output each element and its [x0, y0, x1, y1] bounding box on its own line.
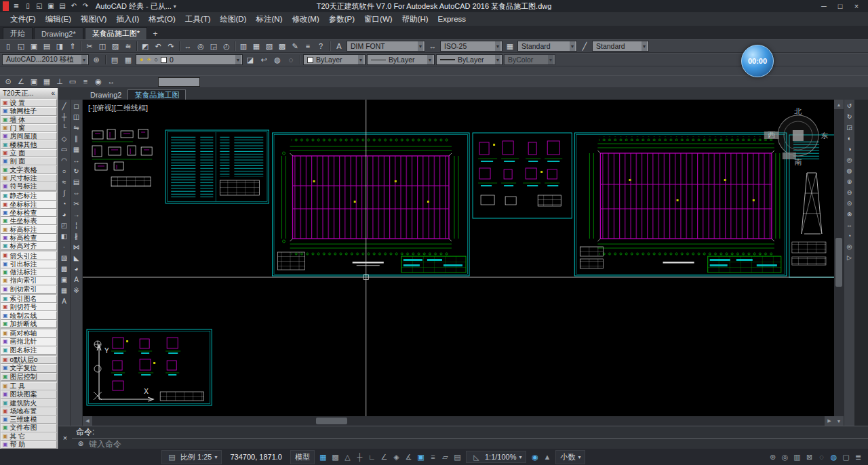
hatch-icon[interactable]: ▨ [59, 253, 70, 263]
array-icon[interactable]: ▦ [71, 144, 82, 155]
palette-item-画指北针[interactable]: ▣画指北针 [1, 338, 57, 346]
open-icon[interactable]: ◱ [34, 1, 45, 11]
file-tab[interactable]: 某食品施工图* [85, 27, 147, 39]
menu-格式(O)[interactable]: 格式(O) [144, 12, 180, 26]
show-motion-icon[interactable]: ▷ [845, 253, 854, 263]
print-icon[interactable]: ▤ [57, 1, 68, 11]
match-properties-icon[interactable]: ≋ [122, 41, 134, 52]
palette-item-生坐标表[interactable]: ▣生坐标表 [1, 217, 57, 225]
measure-icon[interactable]: ↔ [105, 77, 117, 87]
palette-item-索引图名[interactable]: ▣索引图名 [1, 295, 57, 303]
document-tab[interactable]: Drawing2 [84, 89, 127, 100]
compass-north-label[interactable]: 北 [793, 107, 802, 115]
chamfer-icon[interactable]: ◣ [71, 253, 82, 263]
infer-constraints-icon[interactable]: △ [342, 453, 353, 461]
scroll-down-button[interactable]: ▼ [834, 416, 844, 426]
trim-icon[interactable]: ✂ [71, 199, 82, 209]
quickcalc-icon[interactable]: ≡ [302, 41, 314, 52]
zoom-window-icon[interactable]: ◲ [845, 123, 854, 133]
palette-item-引出标注[interactable]: ▣引出标注 [1, 260, 57, 268]
zoom-previous-icon[interactable]: ◴ [220, 41, 233, 52]
scroll-right-button[interactable]: ▶ [825, 416, 834, 426]
object-snap-icon[interactable]: ▣ [28, 77, 40, 87]
palette-item-文件布图[interactable]: ▣文件布图 [1, 424, 57, 432]
help-icon[interactable]: ? [315, 41, 327, 52]
clean-screen-icon[interactable]: ▢ [840, 453, 852, 461]
menu-窗口(W)[interactable]: 窗口(W) [359, 12, 397, 26]
linetype-combo[interactable]: ByLayer ▾ [367, 54, 435, 65]
palette-item-帮助[interactable]: ▣帮 助 [1, 441, 57, 449]
orbit-icon[interactable]: ◔ [845, 231, 854, 241]
new-icon[interactable]: ▯ [2, 41, 14, 52]
annotation-visibility-icon[interactable]: ◉ [529, 453, 540, 461]
compass-south-label[interactable]: 南 [794, 158, 802, 166]
command-input-row[interactable]: ⊛ 键入命令 [72, 438, 868, 449]
palette-item-工具[interactable]: ▣工 具 [1, 382, 57, 390]
selection-cycling-icon[interactable]: ▤ [452, 453, 463, 461]
text-style-icon[interactable]: A [333, 41, 345, 52]
erase-icon[interactable]: ◻ [71, 101, 82, 111]
palette-item-轴网柱子[interactable]: ▣轴网柱子 [1, 107, 57, 115]
close-icon[interactable]: × [852, 1, 861, 12]
vertical-scrollbar[interactable]: ▲ ▼ [834, 100, 844, 426]
offset-icon[interactable]: ∥ [71, 134, 82, 144]
polar-tracking-icon[interactable]: ∠ [378, 453, 390, 461]
break-point-icon[interactable]: ¦ [71, 220, 82, 230]
customize-icon[interactable]: ≣ [852, 453, 864, 461]
dim-style-icon[interactable]: ↔ [427, 41, 439, 52]
grid-icon[interactable]: ▦ [317, 453, 329, 461]
tool-palettes-icon[interactable]: ▧ [263, 41, 275, 52]
compass-west-label[interactable]: 西 [768, 131, 775, 139]
regen-icon[interactable]: ↻ [845, 112, 854, 122]
palette-item-做法标注[interactable]: ▣做法标注 [1, 268, 57, 277]
palette-header[interactable]: T20天正... « [0, 88, 58, 98]
table-style-icon[interactable]: ▦ [504, 41, 516, 52]
table-icon[interactable]: ▦ [59, 285, 70, 296]
make-block-icon[interactable]: ◧ [59, 231, 70, 241]
transparency-icon[interactable]: ▱ [439, 453, 451, 461]
palette-item-图块图案[interactable]: ▣图块图案 [1, 390, 57, 399]
break-icon[interactable]: ∦ [71, 231, 82, 241]
palette-item-剖面[interactable]: ▣剖 面 [1, 157, 57, 165]
xline-icon[interactable]: ┼ [59, 112, 70, 122]
paste-icon[interactable]: ▨ [109, 41, 121, 52]
palette-item-立面[interactable]: ▣立 面 [1, 149, 57, 157]
annotation-scale-control[interactable]: ◺ 1:1/100% ▾ [466, 451, 527, 463]
palette-item-坐标标注[interactable]: ▣坐标标注 [1, 201, 57, 209]
layer-off-icon[interactable]: ◌ [285, 54, 297, 65]
scale-icon[interactable]: ▤ [71, 177, 82, 187]
ellipse-arc-icon[interactable]: ◕ [59, 209, 70, 220]
annotation-icon[interactable]: ▭ [66, 77, 79, 87]
block-editor-icon[interactable]: ◩ [139, 41, 151, 52]
compass-center[interactable] [793, 130, 804, 141]
new-icon[interactable]: ▯ [22, 1, 33, 11]
polyline-icon[interactable]: └ [59, 123, 70, 133]
lock-ui-icon[interactable]: ⊠ [804, 453, 815, 461]
palette-item-文字表格[interactable]: ▣文字表格 [1, 165, 57, 174]
stretch-icon[interactable]: ⇔ [71, 188, 82, 198]
palette-item-设置[interactable]: ▣设 置 [1, 99, 57, 107]
palette-item-标高对齐[interactable]: ▣标高对齐 [1, 242, 57, 250]
palette-item-符号标注[interactable]: ▣符号标注 [1, 182, 57, 190]
file-tab[interactable]: Drawing2* [34, 27, 83, 39]
layer-states-icon[interactable]: ▦ [122, 54, 134, 65]
menu-修改(M)[interactable]: 修改(M) [287, 12, 323, 26]
plot-icon[interactable]: ▤ [41, 41, 53, 52]
scroll-left-button[interactable]: ◀ [83, 416, 92, 426]
markup-icon[interactable]: ✎ [289, 41, 301, 52]
palette-item-剖切符号[interactable]: ▣剖切符号 [1, 303, 57, 311]
palette-item-建筑防火[interactable]: ▣建筑防火 [1, 399, 57, 407]
rectangle-icon[interactable]: ▭ [59, 144, 70, 155]
palette-item-图层控制[interactable]: ▣图层控制 [1, 373, 57, 381]
region-icon[interactable]: ▣ [59, 275, 70, 285]
workspace-combo[interactable]: AutoCAD...2010 移植 ▾ [2, 54, 89, 65]
palette-item-绘制云线[interactable]: ▣绘制云线 [1, 311, 57, 319]
explode-icon[interactable]: ※ [71, 285, 82, 296]
collapse-icon[interactable]: « [51, 89, 55, 97]
lineweight-icon[interactable]: ≡ [427, 453, 439, 461]
palette-item-门窗[interactable]: ▣门 窗 [1, 124, 57, 132]
command-window[interactable]: 命令: ⊛ 键入命令 [72, 426, 868, 449]
file-tab[interactable]: 开始 [3, 27, 33, 39]
quick-input-field[interactable] [158, 77, 200, 87]
palette-item-楼梯其他[interactable]: ▣楼梯其他 [1, 140, 57, 148]
